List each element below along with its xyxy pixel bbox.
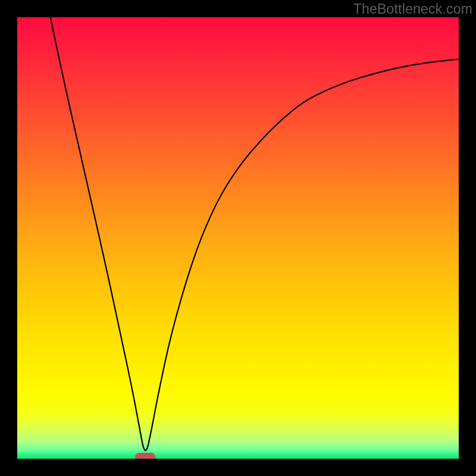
plot-area [17, 17, 459, 459]
minimum-marker [135, 453, 155, 459]
watermark-text: TheBottleneck.com [353, 1, 472, 17]
bottleneck-curve [17, 17, 459, 459]
